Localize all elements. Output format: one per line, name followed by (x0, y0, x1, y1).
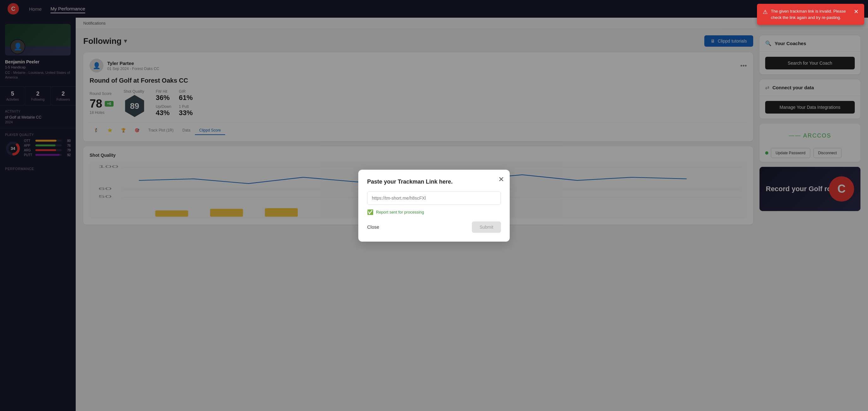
trackman-link-input[interactable] (367, 191, 501, 205)
success-text: Report sent for processing (376, 210, 424, 215)
modal-close-btn[interactable]: Close (367, 224, 379, 230)
modal-title: Paste your Trackman Link here. (367, 179, 501, 185)
check-icon: ✅ (367, 209, 373, 215)
modal-footer: Close Submit (367, 221, 501, 233)
toast-close-btn[interactable]: ✕ (854, 8, 859, 15)
modal-overlay[interactable]: Paste your Trackman Link here. ✕ ✅ Repor… (0, 0, 868, 411)
modal-success-msg: ✅ Report sent for processing (367, 209, 501, 215)
modal-close-icon-btn[interactable]: ✕ (498, 176, 504, 184)
error-toast: ⚠ The given trackman link is invalid. Pl… (757, 4, 864, 25)
warning-icon: ⚠ (763, 8, 768, 15)
modal-submit-btn[interactable]: Submit (472, 221, 501, 233)
trackman-modal: Paste your Trackman Link here. ✕ ✅ Repor… (358, 170, 510, 242)
toast-message: The given trackman link is invalid. Plea… (771, 8, 851, 21)
